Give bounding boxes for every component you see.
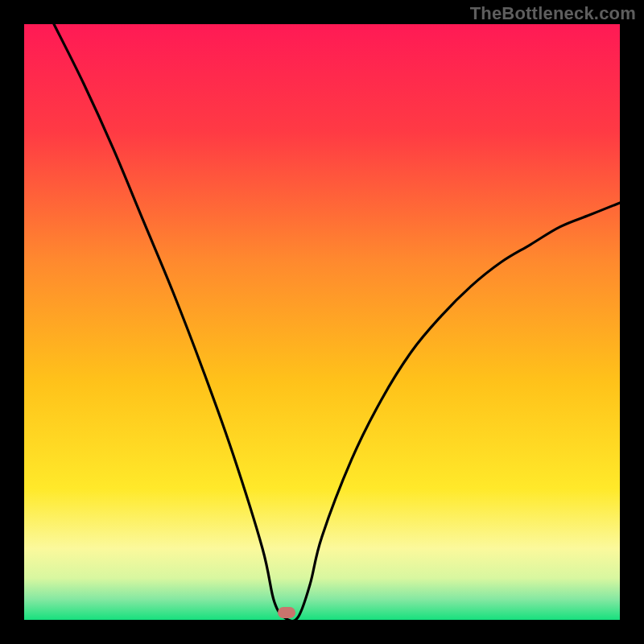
chart-frame: TheBottleneck.com [0, 0, 644, 644]
gradient-background [24, 24, 620, 620]
watermark-text: TheBottleneck.com [470, 3, 636, 24]
chart-svg [24, 24, 620, 620]
optimum-marker [278, 607, 295, 618]
plot-area [24, 24, 620, 620]
